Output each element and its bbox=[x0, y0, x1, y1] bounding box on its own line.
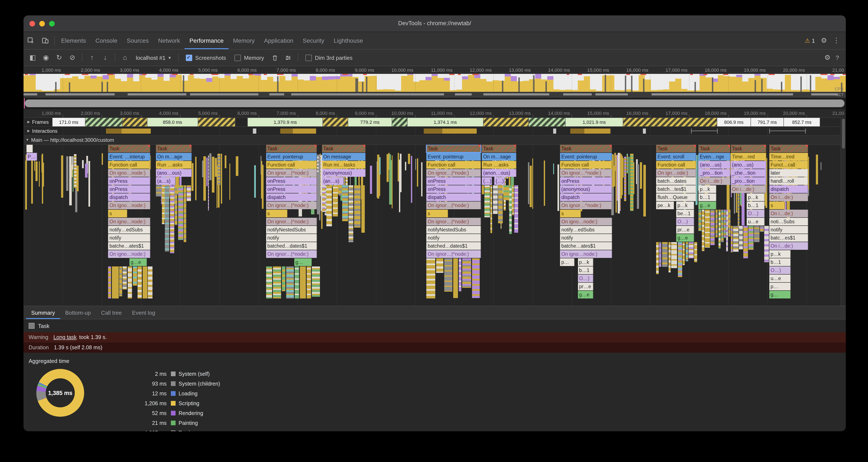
flame-bar[interactable]: O…) bbox=[676, 218, 694, 226]
panel-settings-gear-icon[interactable]: ⚙ bbox=[825, 54, 831, 61]
flame-bar[interactable]: Task bbox=[769, 145, 808, 153]
flame-bar[interactable]: Event: scroll bbox=[656, 153, 696, 161]
flame-bar[interactable]: On i…de:) bbox=[769, 210, 808, 217]
flame-bar[interactable]: (anonymous) bbox=[560, 185, 612, 193]
main-thread-header[interactable]: ▼ Main — http://localhost:3000/custom bbox=[24, 136, 846, 145]
interaction-bar[interactable] bbox=[570, 129, 611, 134]
flame-bar[interactable]: onPress bbox=[266, 177, 317, 185]
interactions-track-toggle[interactable]: ▶ Interactions bbox=[25, 127, 60, 135]
flame-bar[interactable]: On ignor…^node:) bbox=[560, 202, 612, 209]
device-toolbar-button[interactable] bbox=[38, 32, 53, 49]
flame-bar[interactable]: b…1 bbox=[769, 258, 791, 266]
flame-bar[interactable]: (a…s) bbox=[156, 177, 176, 185]
flame-bar[interactable]: Task bbox=[156, 145, 192, 153]
flame-bar[interactable]: On m…age bbox=[156, 153, 192, 161]
flame-bar[interactable]: On ignor…|^node:) bbox=[266, 250, 317, 258]
interaction-bar[interactable] bbox=[106, 129, 151, 134]
flame-bar[interactable]: Event: pointerup bbox=[266, 153, 317, 161]
panel-toggle-button[interactable]: ◧ bbox=[27, 52, 38, 63]
interaction-bar[interactable] bbox=[424, 129, 476, 134]
flame-bar[interactable]: On ignor…|^node:) bbox=[427, 169, 481, 177]
flame-bar[interactable]: (ano…ous) bbox=[156, 169, 192, 177]
flame-bar[interactable]: (…) bbox=[494, 177, 505, 185]
flame-bar[interactable]: b…1 bbox=[699, 193, 716, 201]
help-icon[interactable]: ? bbox=[836, 55, 839, 61]
tab-sources[interactable]: Sources bbox=[122, 32, 153, 49]
flame-bar[interactable]: p…k bbox=[676, 202, 694, 209]
flame-bar[interactable]: On igno…node:) bbox=[108, 169, 151, 177]
flame-bar[interactable]: Run …asks bbox=[156, 161, 192, 169]
settings-gear-icon[interactable]: ⚙ bbox=[821, 37, 827, 44]
flame-bar[interactable]: Function call bbox=[266, 161, 317, 169]
flame-bar[interactable]: notify bbox=[427, 234, 481, 242]
flame-bar[interactable]: batche…ates$1 bbox=[560, 242, 612, 250]
frame-segment[interactable] bbox=[198, 118, 235, 126]
interaction-whisker[interactable] bbox=[769, 129, 806, 134]
details-tab-event-log[interactable]: Event log bbox=[127, 306, 160, 319]
interaction-whisker[interactable] bbox=[691, 129, 717, 134]
flame-bar[interactable]: notify bbox=[769, 226, 808, 234]
flame-bar[interactable]: On i…de:) bbox=[769, 242, 808, 250]
flame-bar[interactable]: On ignor…|^node:) bbox=[266, 169, 317, 177]
flame-bar[interactable]: s bbox=[108, 210, 127, 217]
flame-bar[interactable]: p… bbox=[769, 283, 791, 290]
flame-bar[interactable]: u…e bbox=[747, 218, 765, 226]
flame-bar[interactable] bbox=[26, 145, 33, 153]
frame-segment[interactable] bbox=[122, 118, 147, 126]
flame-bar[interactable]: _che…tion bbox=[731, 169, 766, 177]
flame-bar[interactable]: (an…s) bbox=[322, 177, 344, 185]
flame-bar[interactable]: notifyNestedSubs bbox=[427, 226, 481, 234]
flame-bar[interactable]: onPress bbox=[108, 177, 151, 185]
flame-bar[interactable]: Run mi…tasks bbox=[322, 161, 366, 169]
frame-segment[interactable]: 779.2 ms bbox=[348, 118, 392, 126]
frame-segment[interactable] bbox=[86, 118, 122, 126]
tab-performance[interactable]: Performance bbox=[185, 32, 228, 49]
frame-segment[interactable] bbox=[484, 118, 529, 126]
flame-bar[interactable]: s bbox=[560, 210, 581, 217]
flame-bar[interactable]: dispatch bbox=[560, 193, 612, 201]
frame-segment[interactable]: 171.0 ms bbox=[52, 118, 85, 126]
flame-bar[interactable]: Function call bbox=[560, 161, 612, 169]
issues-badge[interactable]: ⚠ 1 bbox=[805, 37, 815, 44]
cpu-overview-chart[interactable]: CPU bbox=[24, 74, 846, 92]
flame-bar[interactable]: g…e bbox=[578, 291, 593, 298]
frame-segment[interactable] bbox=[323, 118, 348, 126]
timeline-range-handle[interactable] bbox=[25, 99, 844, 107]
flame-bar[interactable]: On ign…ode:) bbox=[656, 169, 696, 177]
flame-bar[interactable]: handl…roll bbox=[769, 177, 808, 185]
flame-bar[interactable]: _pro…tion bbox=[731, 177, 766, 185]
details-tab-bottom-up[interactable]: Bottom-up bbox=[60, 306, 96, 319]
interaction-tick[interactable] bbox=[253, 129, 256, 134]
flame-bar[interactable]: On message bbox=[322, 153, 366, 161]
flame-bar[interactable]: (ano…us) bbox=[731, 161, 766, 169]
flame-bar[interactable]: On ignor…|^node:) bbox=[427, 250, 481, 258]
flame-bar[interactable]: batche…ates$1 bbox=[108, 242, 151, 250]
flame-bar[interactable]: g… bbox=[769, 291, 791, 298]
long-task-link[interactable]: Long task bbox=[53, 334, 76, 340]
scrollbar-thumb[interactable] bbox=[842, 119, 845, 148]
flame-bar[interactable]: notify bbox=[560, 234, 612, 242]
more-menu-icon[interactable]: ⋮ bbox=[833, 37, 840, 44]
save-profile-button[interactable]: ↓ bbox=[99, 52, 111, 63]
flame-bar[interactable]: g…e bbox=[699, 202, 716, 209]
flame-chart[interactable]: P…TaskEvent: …interupFunction callOn ign… bbox=[24, 145, 846, 306]
flame-bar[interactable]: On ignor…|^node:) bbox=[427, 202, 481, 209]
flame-bar[interactable]: Task bbox=[731, 145, 766, 153]
dim-3rd-parties-checkbox[interactable]: Dim 3rd parties bbox=[302, 55, 356, 61]
interaction-tick[interactable] bbox=[553, 129, 556, 134]
flame-bar[interactable]: onPress bbox=[108, 185, 151, 193]
frame-segment[interactable] bbox=[529, 118, 565, 126]
flame-bar[interactable]: Task bbox=[656, 145, 696, 153]
flame-bar[interactable]: notify bbox=[108, 234, 151, 242]
flame-bar[interactable]: b…1 bbox=[747, 202, 765, 209]
flame-bar[interactable]: On igno…node:) bbox=[108, 250, 151, 258]
flame-bar[interactable]: On i…de:) bbox=[699, 177, 731, 185]
flame-bar[interactable]: notify…edSubs bbox=[560, 226, 612, 234]
flame-bar[interactable]: onPress bbox=[427, 185, 481, 193]
flame-bar[interactable]: p…k bbox=[769, 250, 791, 258]
tab-network[interactable]: Network bbox=[153, 32, 185, 49]
flame-bar[interactable]: On ignor…^node:) bbox=[560, 169, 612, 177]
frame-segment[interactable]: 1,374.1 ms bbox=[407, 118, 484, 126]
cpu-profile-selector[interactable]: localhost #1 ▾ bbox=[132, 55, 174, 61]
flame-bar[interactable]: On igno…node:) bbox=[108, 202, 151, 209]
